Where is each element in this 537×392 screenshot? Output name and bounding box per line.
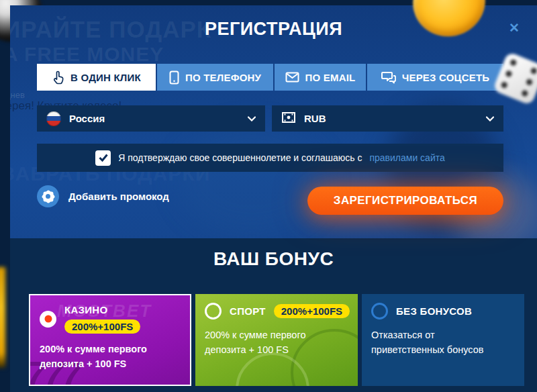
- tab-label: ПО EMAIL: [305, 72, 356, 83]
- chat-bubbles-icon: [381, 71, 396, 84]
- phone-icon: [169, 70, 179, 85]
- currency-value: RUB: [304, 113, 478, 124]
- gear-icon: [37, 185, 59, 207]
- hand-click-icon: [52, 70, 64, 85]
- tab-label: В ОДИН КЛИК: [70, 72, 141, 83]
- registration-tabs: В ОДИН КЛИК ПО ТЕЛЕФОНУ ПО EMAIL: [37, 64, 503, 91]
- check-icon: [99, 154, 108, 162]
- russia-flag-icon: [46, 111, 61, 126]
- country-select[interactable]: Россия: [37, 105, 265, 132]
- promocode-label: Добавить промокод: [68, 191, 169, 202]
- agreement-text: Я подтверждаю свое совершеннолетие и сог…: [118, 152, 362, 163]
- add-promocode-button[interactable]: Добавить промокод: [37, 185, 169, 207]
- tab-by-phone[interactable]: ПО ТЕЛЕФОНУ: [157, 64, 273, 91]
- chevron-down-icon: [486, 116, 494, 121]
- agreement-row: Я подтверждаю свое совершеннолетие и сог…: [37, 144, 503, 172]
- tab-by-email[interactable]: ПО EMAIL: [275, 64, 366, 91]
- site-rules-link[interactable]: правилами сайта: [369, 152, 444, 163]
- country-value: Россия: [69, 113, 240, 124]
- tab-one-click[interactable]: В ОДИН КЛИК: [37, 64, 156, 91]
- tab-by-social[interactable]: ЧЕРЕЗ СОЦСЕТЬ: [367, 64, 503, 91]
- email-icon: [285, 72, 299, 83]
- age-confirm-checkbox[interactable]: [95, 150, 111, 166]
- currency-select[interactable]: RUB: [272, 105, 503, 132]
- chevron-down-icon: [248, 116, 256, 121]
- registration-page: ИРАЙТЕ ПОДАРК A FREE MONEY еднев терея! …: [0, 0, 537, 392]
- gold-glow-decoration: [0, 267, 5, 368]
- tab-label: ПО ТЕЛЕФОНУ: [185, 72, 261, 83]
- banknote-icon: [281, 110, 296, 128]
- tab-label: ЧЕРЕЗ СОЦСЕТЬ: [402, 72, 490, 83]
- registration-modal: ИРАЙТЕ ПОДАРК A FREE MONEY еднев терея! …: [10, 5, 537, 392]
- register-button[interactable]: ЗАРЕГИСТРИРОВАТЬСЯ: [307, 187, 503, 215]
- close-icon[interactable]: ✕: [506, 20, 522, 36]
